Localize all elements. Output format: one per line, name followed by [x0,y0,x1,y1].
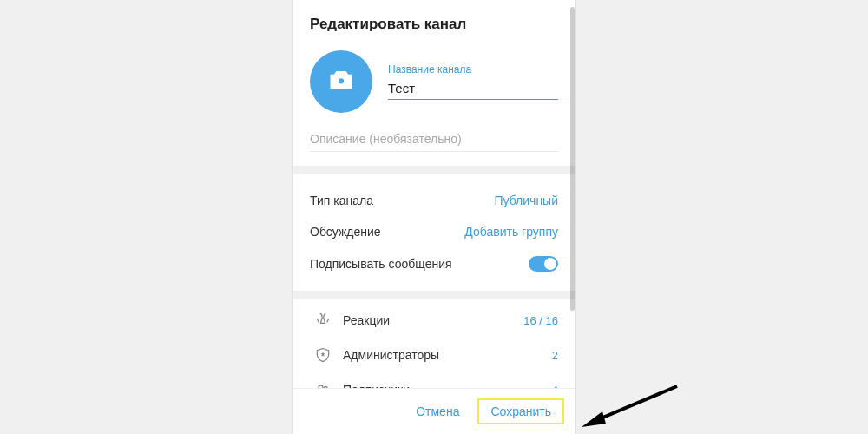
channel-name-label: Название канала [388,63,558,76]
reactions-icon [310,312,336,329]
channel-type-label: Тип канала [310,194,373,207]
scrollbar[interactable] [570,7,575,311]
svg-point-0 [338,77,345,85]
channel-name-field: Название канала [388,63,558,100]
dialog-title: Редактировать канал [310,16,558,33]
svg-marker-4 [582,411,606,427]
description-section [293,123,575,166]
svg-line-3 [595,386,677,421]
subscribers-value: 4 [552,384,558,389]
svg-point-1 [319,385,323,388]
discussion-row[interactable]: Обсуждение Добавить группу [310,216,558,247]
channel-type-row[interactable]: Тип канала Публичный [310,185,558,216]
edit-channel-dialog: Редактировать канал Название канала [292,0,576,434]
camera-icon [328,67,354,96]
sign-messages-row: Подписывать сообщения [310,247,558,280]
discussion-value: Добавить группу [464,225,558,239]
admins-value: 2 [552,349,558,362]
channel-avatar[interactable] [310,50,372,113]
subscribers-label: Подписчики [336,383,552,388]
annotation-arrow [582,382,686,434]
description-input[interactable] [310,127,558,152]
scroll-area[interactable]: Редактировать канал Название канала [293,0,575,388]
channel-settings-section: Тип канала Публичный Обсуждение Добавить… [293,174,575,291]
section-divider [293,291,575,299]
svg-point-2 [325,387,328,389]
cancel-button[interactable]: Отмена [404,399,471,424]
shield-star-icon [310,346,336,364]
save-button[interactable]: Сохранить [478,399,563,424]
dialog-footer: Отмена Сохранить [293,388,575,434]
channel-identity-section: Название канала [293,36,575,123]
dialog-header: Редактировать канал [293,0,575,36]
reactions-label: Реакции [336,313,523,327]
admins-label: Администраторы [336,348,552,362]
management-list-section: Реакции 16 / 16 Администраторы 2 [293,299,575,388]
reactions-value: 16 / 16 [523,314,558,327]
sign-messages-label: Подписывать сообщения [310,257,452,271]
subscribers-row[interactable]: Подписчики 4 [301,372,567,388]
admins-row[interactable]: Администраторы 2 [301,338,567,372]
sign-messages-toggle[interactable] [529,256,558,272]
section-divider [293,166,575,174]
reactions-row[interactable]: Реакции 16 / 16 [301,303,567,338]
people-icon [310,381,336,388]
channel-name-input[interactable] [388,77,558,100]
channel-type-value: Публичный [494,194,558,207]
discussion-label: Обсуждение [310,225,381,239]
